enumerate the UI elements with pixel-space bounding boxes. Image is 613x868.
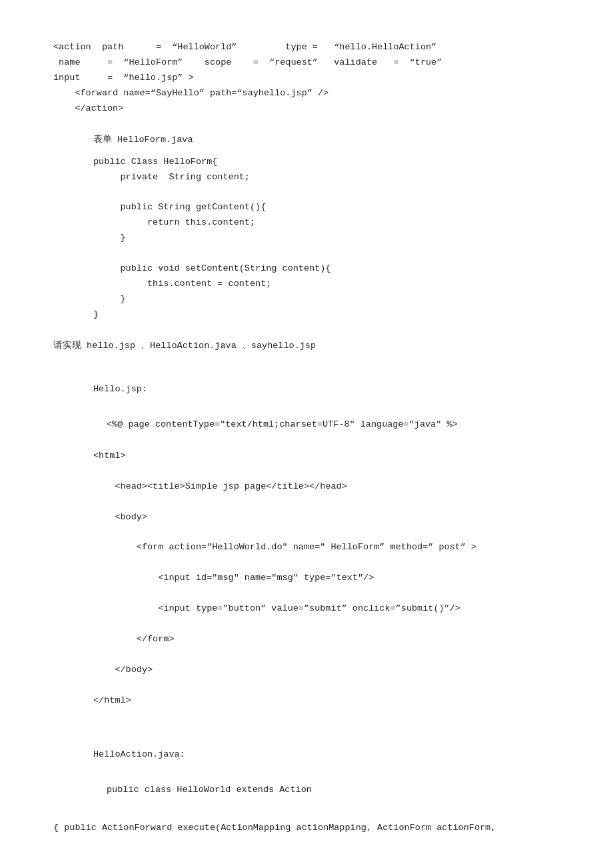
hello-action-method: { public ActionForward execute(ActionMap… (53, 821, 560, 836)
instruction-text: 请实现 hello.jsp 、HelloAction.java 、sayhell… (53, 339, 560, 354)
hello-jsp-label: Hello.jsp: (93, 382, 560, 397)
action-config-block: <action path = “HelloWorld” type = “hell… (53, 40, 560, 117)
hello-action-class: public class HelloWorld extends Action (107, 783, 560, 798)
hello-action-label: HelloAction.java: (93, 747, 560, 763)
form-comment: 表单 HelloForm.java (93, 133, 560, 148)
main-content: <action path = “HelloWorld” type = “hell… (53, 40, 560, 836)
hello-jsp-html: <html> <head><title>Simple jsp page</tit… (93, 449, 560, 709)
hello-jsp-directive: <%@ page contentType="text/html;charset=… (107, 417, 560, 433)
form-class-block: public Class HelloForm{ private String c… (93, 155, 560, 323)
